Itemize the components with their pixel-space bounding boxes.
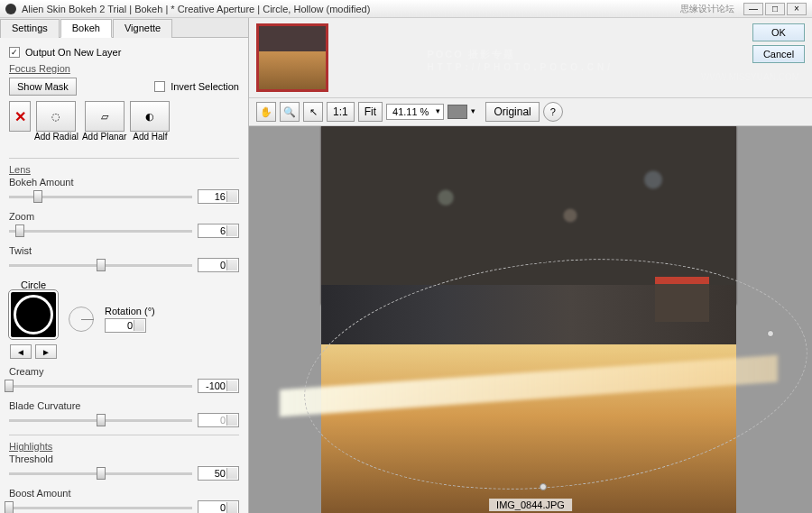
tab-settings[interactable]: Settings [0,19,60,38]
twist-slider[interactable] [9,264,192,267]
add-planar-label: Add Planar [82,132,126,142]
twist-label: Twist [9,245,239,256]
bokeh-amount-slider[interactable] [9,196,192,198]
highlights-title: Highlights [9,441,239,452]
site-watermark: WWW.MISSYUAN.COM [701,72,799,82]
original-button[interactable]: Original [485,102,539,122]
output-new-layer-label: Output On New Layer [25,47,121,58]
window-title: Alien Skin Bokeh 2 Trial | Bokeh | * Cre… [22,4,680,14]
maximize-button[interactable]: □ [765,3,785,15]
add-half-button[interactable]: ◐ [130,101,170,132]
threshold-slider[interactable] [9,472,192,475]
invert-selection-checkbox[interactable] [154,81,165,92]
threshold-label: Threshold [9,453,239,464]
planar-icon: ▱ [101,111,108,123]
one-to-one-button[interactable]: 1:1 [327,102,355,122]
app-icon [5,4,16,14]
bokeh-amount-value[interactable]: 16 [198,189,239,204]
add-radial-label: Add Radial [34,132,78,142]
cancel-button[interactable]: Cancel [752,45,805,63]
add-half-label: Add Half [133,132,167,142]
zoom-slider[interactable] [9,230,192,233]
lens-title: Lens [9,164,239,175]
next-shape-button[interactable]: ► [35,344,57,359]
output-new-layer-checkbox[interactable]: ✓ [9,47,20,58]
move-tool-button[interactable]: ↖ [303,102,323,122]
twist-value[interactable]: 0 [198,258,239,272]
invert-selection-label: Invert Selection [171,81,239,92]
close-button[interactable]: × [787,3,807,15]
right-panel: OK Cancel ✋ 🔍 ↖ 1:1 Fit 41.11 % Original… [249,18,812,513]
fit-button[interactable]: Fit [358,102,383,122]
boost-amount-value[interactable]: 0 [198,500,239,513]
tab-vignette[interactable]: Vignette [113,19,172,38]
aperture-shape-preview[interactable] [9,290,58,339]
bg-color-swatch[interactable] [448,105,467,119]
preview-canvas[interactable]: IMG_0844.JPG [249,126,812,513]
threshold-value[interactable]: 50 [198,466,239,481]
zoom-label: Zoom [9,211,239,222]
rotation-value[interactable]: 0 [105,318,146,333]
creamy-slider[interactable] [9,385,192,388]
tabs: Settings Bokeh Vignette [0,18,248,38]
delete-region-button[interactable]: ✕ [9,101,31,132]
creamy-label: Creamy [9,366,239,377]
shape-name: Circle [21,279,46,290]
magnifier-icon: 🔍 [283,106,296,118]
rotation-label: Rotation (°) [105,306,155,316]
left-panel: Settings Bokeh Vignette ✓ Output On New … [0,18,249,513]
ellipse-handle[interactable] [540,483,547,490]
creamy-value[interactable]: -100 [198,379,239,393]
hand-tool-button[interactable]: ✋ [256,102,276,122]
blade-curvature-value: 0 [198,413,239,427]
focus-region-title: Focus Region [9,63,239,74]
radial-icon: ◌ [51,111,60,123]
zoom-tool-button[interactable]: 🔍 [280,102,300,122]
show-mask-button[interactable]: Show Mask [9,78,77,96]
forum-text: 思缘设计论坛 [680,3,734,15]
arrow-icon: ↖ [309,106,318,118]
half-icon: ◐ [145,111,154,123]
rotation-dial[interactable] [69,307,94,332]
bokeh-panel: ✓ Output On New Layer Focus Region Show … [0,38,248,513]
filename-label: IMG_0844.JPG [489,499,572,511]
titlebar: Alien Skin Bokeh 2 Trial | Bokeh | * Cre… [0,0,812,18]
zoom-value[interactable]: 6 [198,224,239,238]
view-toolbar: ✋ 🔍 ↖ 1:1 Fit 41.11 % Original ? [249,97,812,126]
prev-shape-button[interactable]: ◄ [10,344,32,359]
blade-curvature-slider [9,419,192,422]
minimize-button[interactable]: — [743,3,763,15]
ok-button[interactable]: OK [752,23,805,41]
zoom-combo[interactable]: 41.11 % [386,104,444,120]
ellipse-handle[interactable] [767,330,774,337]
bokeh-amount-label: Bokeh Amount [9,177,239,188]
help-icon: ? [550,106,556,117]
navigator-thumbnail[interactable] [256,23,328,92]
add-radial-button[interactable]: ◌ [36,101,76,132]
boost-amount-slider[interactable] [9,507,192,509]
tab-bokeh[interactable]: Bokeh [60,19,112,38]
blade-curvature-label: Blade Curvature [9,400,239,411]
boost-amount-label: Boost Amount [9,488,239,499]
hand-icon: ✋ [260,106,272,118]
help-button[interactable]: ? [543,102,563,122]
add-planar-button[interactable]: ▱ [85,101,125,132]
